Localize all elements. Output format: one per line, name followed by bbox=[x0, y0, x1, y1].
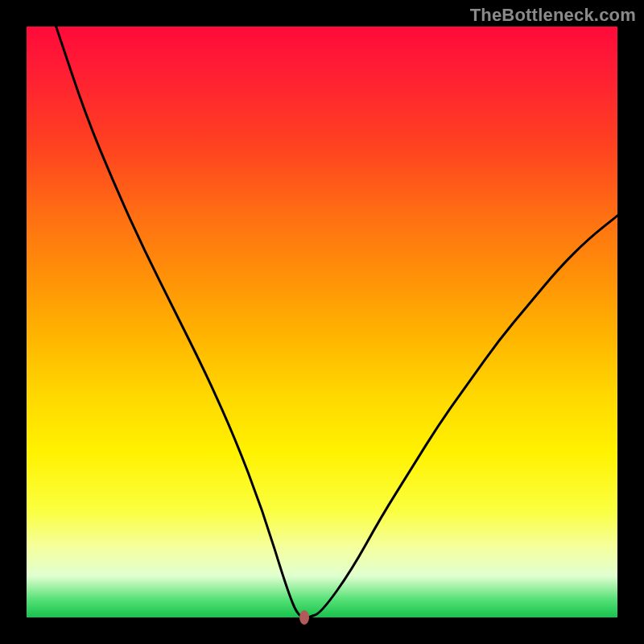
bottleneck-curve-path bbox=[56, 27, 617, 617]
plot-area bbox=[27, 27, 617, 617]
optimum-marker bbox=[299, 610, 309, 625]
chart-container: TheBottleneck.com bbox=[0, 0, 644, 644]
curve-svg bbox=[27, 27, 617, 617]
watermark-label: TheBottleneck.com bbox=[470, 5, 636, 26]
